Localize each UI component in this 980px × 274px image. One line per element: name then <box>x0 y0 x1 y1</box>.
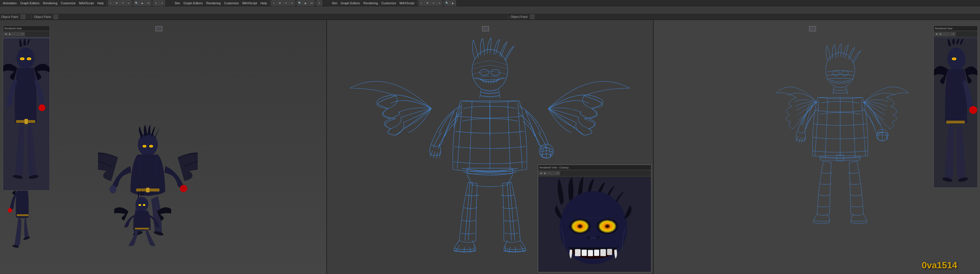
menu-help-1[interactable]: Help <box>96 1 106 5</box>
tb2-scale[interactable]: ⇔ <box>289 0 295 6</box>
tb-snap[interactable]: S <box>153 0 159 6</box>
tb3-render[interactable]: ▶ <box>450 0 456 6</box>
svg-line-52 <box>433 152 435 158</box>
sp1-btn5[interactable]: R <box>21 32 25 36</box>
sep1 <box>132 0 133 6</box>
tb3-rotate[interactable]: ↺ <box>431 0 436 6</box>
tb-select[interactable]: ↖ <box>108 0 114 6</box>
spr-btn2[interactable]: ▶ <box>939 32 943 36</box>
menu-rendering-1[interactable]: Rendering <box>41 1 59 5</box>
tb3-scale[interactable]: ⇔ <box>437 0 442 6</box>
svg-line-102 <box>815 100 819 156</box>
tb2-select[interactable]: ↖ <box>271 0 277 6</box>
menu-graph-editors-mid[interactable]: Graph Editors <box>182 1 205 5</box>
tb3-select[interactable]: ↖ <box>418 0 424 6</box>
menu-help-mid[interactable]: Help <box>259 1 269 5</box>
sp1-btn4[interactable]: - <box>16 32 21 36</box>
sp1-btn2[interactable]: ▶ <box>8 32 12 36</box>
tb-zoom[interactable]: 🔍 <box>134 0 139 6</box>
tb2-move[interactable]: ✥ <box>277 0 283 6</box>
menu-section-left: Animation Graph Editors Rendering Custom… <box>0 0 107 6</box>
menu-section-right: Sim Graph Editors Rendering Customize MA… <box>329 0 417 6</box>
spr-btn1[interactable]: ◀ <box>934 32 939 36</box>
tb2-snap[interactable]: S <box>317 0 322 6</box>
svg-line-59 <box>468 182 473 241</box>
axis-widget-2 <box>481 26 490 35</box>
menu-rendering-mid[interactable]: Rendering <box>205 1 223 5</box>
spr-btn4[interactable]: - <box>947 32 951 36</box>
svg-point-35 <box>472 49 508 91</box>
svg-point-116 <box>947 48 965 70</box>
face-sp-btn1[interactable]: ◀ <box>539 171 543 175</box>
svg-line-114 <box>886 133 887 140</box>
menu-animation[interactable]: Animation <box>1 1 19 5</box>
small-panel-right-toolbar: ◀ ▶ + - R <box>934 31 977 37</box>
menu-rendering-r[interactable]: Rendering <box>362 1 380 5</box>
svg-point-19 <box>135 197 148 212</box>
face-sp-btn3[interactable]: + <box>547 171 551 175</box>
svg-rect-88 <box>582 250 587 256</box>
face-sp-btn2[interactable]: ▶ <box>543 171 547 175</box>
svg-point-86 <box>597 236 600 239</box>
svg-point-85 <box>587 236 590 239</box>
menu-maxscript-r[interactable]: MAXScript <box>398 1 416 5</box>
viewport-3[interactable]: Rendered View ◀ ▶ + - R <box>654 20 980 274</box>
menu-maxscript-mid[interactable]: MAXScript <box>241 1 259 5</box>
svg-point-118 <box>953 58 956 60</box>
toolbar2: Object Paint Object Paint Object Paint <box>0 14 980 20</box>
op-btn-3[interactable] <box>530 14 535 19</box>
tb-material[interactable]: M <box>146 0 151 6</box>
svg-point-28 <box>28 58 30 60</box>
svg-line-46 <box>508 101 511 169</box>
menu-graph-editors-r[interactable]: Graph Editors <box>339 1 362 5</box>
tb-move[interactable]: ✥ <box>114 0 119 6</box>
menu-customize-1[interactable]: Customize <box>59 1 78 5</box>
svg-line-60 <box>465 182 470 241</box>
op-btn-1[interactable] <box>21 14 25 19</box>
tb3-zoom[interactable]: 🔍 <box>444 0 450 6</box>
menu-sim[interactable]: Sim <box>173 1 182 5</box>
tb2-rotate[interactable]: ↺ <box>283 0 289 6</box>
small-panel-1[interactable]: Rendered View ◀ ▶ + - R <box>3 25 50 191</box>
tb2-zoom[interactable]: 🔍 <box>297 0 302 6</box>
op-btn-2[interactable] <box>54 14 58 19</box>
small-panel-right[interactable]: Rendered View ◀ ▶ + - R <box>934 25 978 188</box>
object-paint-label-2: Object Paint <box>34 15 51 19</box>
tb2-mat[interactable]: M <box>309 0 314 6</box>
sep3 <box>296 0 296 6</box>
character-wireframe-right <box>752 33 931 257</box>
viewport-1[interactable]: Rendered View ◀ ▶ + - R <box>0 20 326 274</box>
tb3-move[interactable]: ✥ <box>425 0 430 6</box>
face-sp-btn4[interactable]: - <box>552 171 556 175</box>
sp1-btn3[interactable]: + <box>12 32 16 36</box>
tb-rotate[interactable]: ↺ <box>120 0 126 6</box>
face-closeup-panel[interactable]: Rendered View - Closeup ◀ ▶ + - R <box>538 165 652 272</box>
svg-point-20 <box>138 204 141 206</box>
face-panel-toolbar: ◀ ▶ + - R <box>538 170 651 176</box>
tb-align[interactable]: A <box>159 0 165 6</box>
face-sp-btn5[interactable]: R <box>556 171 560 175</box>
menu-customize-r[interactable]: Customize <box>380 1 398 5</box>
sp1-btn1[interactable]: ◀ <box>4 32 8 36</box>
svg-line-108 <box>799 137 800 143</box>
svg-line-101 <box>853 98 855 157</box>
viewport-2[interactable]: Rendered View - Closeup ◀ ▶ + - R <box>327 20 653 274</box>
svg-rect-22 <box>135 228 149 230</box>
menu-maxscript-1[interactable]: MAXScript <box>78 1 96 5</box>
tb-render[interactable]: ▶ <box>140 0 145 6</box>
character-crouching <box>114 142 171 261</box>
svg-line-66 <box>510 182 515 241</box>
menu-sim-r[interactable]: Sim <box>330 1 339 5</box>
svg-line-58 <box>549 149 550 157</box>
svg-rect-91 <box>600 249 606 257</box>
svg-point-81 <box>579 225 582 227</box>
menu-customize-mid[interactable]: Customize <box>223 1 241 5</box>
svg-line-103 <box>862 100 865 156</box>
spr-btn5[interactable]: R <box>951 32 956 36</box>
svg-point-95 <box>832 71 839 75</box>
tb-scale[interactable]: ⇔ <box>126 0 132 6</box>
svg-line-100 <box>825 98 827 157</box>
menu-graph-editors[interactable]: Graph Editors <box>19 1 41 5</box>
spr-btn3[interactable]: + <box>943 32 947 36</box>
tb2-render[interactable]: ▶ <box>303 0 309 6</box>
